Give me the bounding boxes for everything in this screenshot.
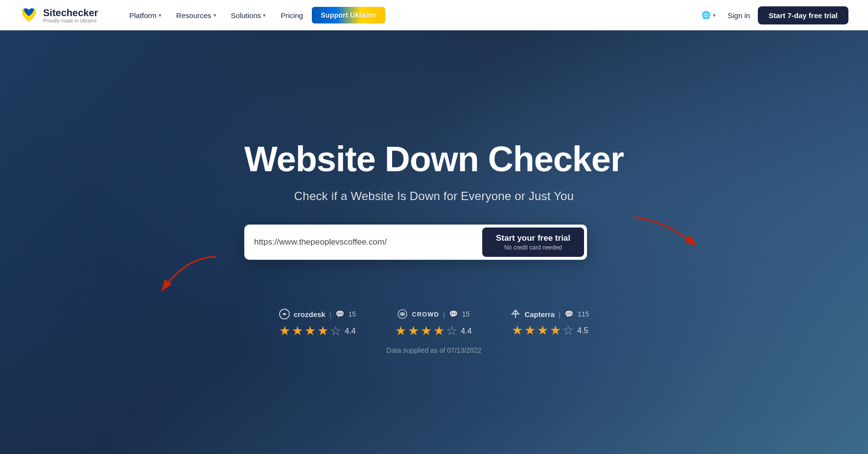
signin-link[interactable]: Sign in bbox=[727, 11, 750, 20]
logo-icon bbox=[20, 6, 38, 24]
url-input[interactable] bbox=[254, 227, 482, 257]
navbar: Sitechecker Proudly made in Ukraine Plat… bbox=[0, 0, 868, 30]
crowd-chat-icon: 💬 bbox=[449, 310, 458, 318]
cta-main-text: Start your free trial bbox=[496, 233, 570, 243]
chevron-down-icon: ▾ bbox=[159, 12, 162, 19]
crozdesk-icon bbox=[279, 309, 290, 319]
chevron-down-icon: ▾ bbox=[213, 12, 216, 19]
globe-icon: 🌐 bbox=[702, 11, 711, 20]
logo-name: Sitechecker bbox=[43, 7, 98, 18]
logo[interactable]: Sitechecker Proudly made in Ukraine bbox=[20, 6, 108, 24]
logo-text: Sitechecker Proudly made in Ukraine bbox=[43, 7, 98, 23]
rating-crozdesk: crozdesk | 💬 15 ★ ★ ★ ★ ☆ 4.4 bbox=[279, 309, 356, 339]
nav-resources[interactable]: Resources ▾ bbox=[170, 7, 222, 23]
ratings-section: crozdesk | 💬 15 ★ ★ ★ ★ ☆ 4.4 bbox=[279, 309, 589, 339]
rating-crowd: CROWD | 💬 15 ★ ★ ★ ★ ☆ 4.4 bbox=[395, 309, 471, 339]
page-title: Website Down Checker bbox=[244, 140, 624, 179]
logo-tagline: Proudly made in Ukraine bbox=[43, 18, 98, 23]
crowd-stars: ★ ★ ★ ★ ☆ 4.4 bbox=[395, 323, 471, 339]
capterra-stars: ★ ★ ★ ★ ☆ 4.5 bbox=[512, 323, 588, 338]
chevron-down-icon: ▾ bbox=[263, 12, 266, 19]
nav-pricing[interactable]: Pricing bbox=[275, 7, 309, 23]
chevron-down-icon: ▾ bbox=[713, 12, 716, 19]
cta-sub-text: No credit card needed bbox=[504, 244, 562, 251]
crozdesk-chat-icon: 💬 bbox=[335, 310, 345, 318]
crowd-header: CROWD | 💬 15 bbox=[397, 309, 469, 319]
hero-section: Website Down Checker Check if a Website … bbox=[0, 30, 868, 454]
start-trial-button[interactable]: Start 7-day free trial bbox=[758, 6, 848, 24]
right-arrow-annotation bbox=[628, 212, 706, 261]
left-arrow-annotation bbox=[142, 252, 220, 301]
capterra-header: Capterra | 💬 115 bbox=[511, 309, 589, 319]
language-selector[interactable]: 🌐 ▾ bbox=[698, 8, 720, 23]
nav-solutions[interactable]: Solutions ▾ bbox=[225, 7, 272, 23]
support-ukraine-button[interactable]: Support Ukraine bbox=[312, 7, 385, 23]
nav-right: 🌐 ▾ Sign in Start 7-day free trial bbox=[698, 6, 848, 24]
crowd-icon bbox=[397, 309, 408, 319]
search-box: Start your free trial No credit card nee… bbox=[244, 225, 587, 260]
crozdesk-header: crozdesk | 💬 15 bbox=[279, 309, 356, 319]
hero-subtitle: Check if a Website Is Down for Everyone … bbox=[244, 189, 624, 203]
rating-capterra: Capterra | 💬 115 ★ ★ ★ ★ ☆ 4.5 bbox=[511, 309, 589, 338]
svg-point-4 bbox=[401, 313, 404, 316]
data-note: Data supplied as of 07/13/2022 bbox=[387, 346, 482, 354]
cta-button[interactable]: Start your free trial No credit card nee… bbox=[482, 227, 584, 257]
capterra-icon bbox=[511, 309, 520, 319]
hero-content: Website Down Checker Check if a Website … bbox=[244, 140, 624, 260]
nav-links: Platform ▾ Resources ▾ Solutions ▾ Prici… bbox=[123, 7, 682, 23]
nav-platform[interactable]: Platform ▾ bbox=[123, 7, 167, 23]
capterra-chat-icon: 💬 bbox=[564, 310, 574, 318]
crozdesk-stars: ★ ★ ★ ★ ☆ 4.4 bbox=[279, 323, 355, 339]
